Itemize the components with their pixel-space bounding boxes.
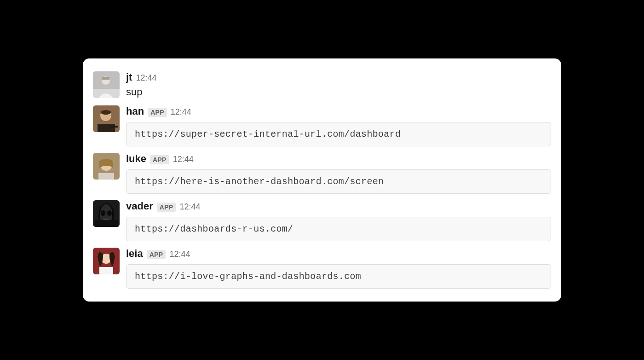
message: luke APP 12:44 https://here-is-another-d… (93, 153, 551, 194)
app-badge: APP (148, 108, 167, 117)
chat-card: jt 12:44 sup han APP 12:44 https://super… (83, 58, 561, 302)
message-header: luke APP 12:44 (126, 153, 551, 165)
svg-rect-10 (98, 173, 114, 180)
svg-point-12 (101, 210, 105, 216)
username[interactable]: luke (126, 153, 146, 165)
timestamp: 12:44 (171, 107, 191, 117)
message: jt 12:44 sup (93, 71, 551, 99)
avatar-icon (93, 105, 120, 132)
avatar[interactable] (93, 105, 120, 132)
svg-rect-14 (95, 220, 118, 227)
svg-rect-3 (102, 77, 109, 80)
svg-rect-19 (99, 267, 113, 274)
username[interactable]: leia (126, 248, 143, 260)
avatar[interactable] (93, 200, 120, 227)
avatar-icon (93, 248, 120, 274)
app-badge: APP (157, 203, 176, 212)
svg-rect-6 (98, 124, 115, 132)
username[interactable]: jt (126, 71, 132, 83)
username[interactable]: vader (126, 200, 153, 212)
message: leia APP 12:44 https://i-love-graphs-and… (93, 248, 551, 289)
message-body: vader APP 12:44 https://dashboards-r-us.… (126, 200, 551, 241)
message-text: sup (126, 85, 551, 99)
avatar[interactable] (93, 71, 120, 98)
username[interactable]: han (126, 105, 144, 117)
message-header: leia APP 12:44 (126, 248, 551, 260)
message: vader APP 12:44 https://dashboards-r-us.… (93, 200, 551, 241)
message-body: luke APP 12:44 https://here-is-another-d… (126, 153, 551, 194)
code-block[interactable]: https://super-secret-internal-url.com/da… (126, 122, 551, 146)
message-body: han APP 12:44 https://super-secret-inter… (126, 105, 551, 146)
svg-point-13 (107, 210, 112, 216)
message-header: jt 12:44 (126, 71, 551, 83)
app-badge: APP (150, 155, 169, 164)
code-block[interactable]: https://i-love-graphs-and-dashboards.com (126, 264, 551, 289)
avatar[interactable] (93, 248, 120, 274)
avatar-icon (93, 71, 120, 98)
message: han APP 12:44 https://super-secret-inter… (93, 105, 551, 146)
code-block[interactable]: https://dashboards-r-us.com/ (126, 217, 551, 241)
avatar[interactable] (93, 153, 120, 180)
timestamp: 12:44 (169, 250, 190, 259)
message-body: leia APP 12:44 https://i-love-graphs-and… (126, 248, 551, 289)
message-body: jt 12:44 sup (126, 71, 551, 99)
message-header: vader APP 12:44 (126, 200, 551, 212)
code-block[interactable]: https://here-is-another-dashboard.com/sc… (126, 169, 551, 194)
message-header: han APP 12:44 (126, 105, 551, 117)
timestamp: 12:44 (136, 73, 156, 83)
avatar-icon (93, 153, 120, 180)
svg-rect-7 (110, 126, 118, 128)
timestamp: 12:44 (173, 155, 194, 164)
timestamp: 12:44 (179, 202, 200, 212)
svg-point-18 (109, 254, 115, 260)
avatar-icon (93, 200, 120, 227)
svg-point-17 (98, 254, 103, 260)
app-badge: APP (147, 250, 166, 259)
